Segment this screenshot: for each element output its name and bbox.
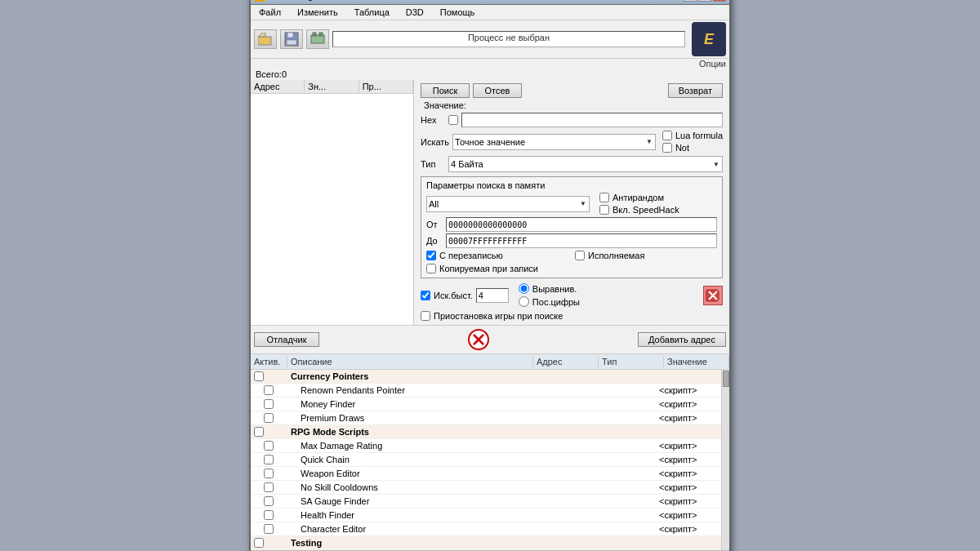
table-row[interactable]: No Skill Cooldowns <скрипт> xyxy=(251,481,721,495)
type-select[interactable]: 4 Байта xyxy=(448,156,723,172)
row-checkbox-3[interactable] xyxy=(264,413,274,423)
row-checkbox-9[interactable] xyxy=(264,496,274,506)
td-val-2: <скрипт> xyxy=(656,398,721,410)
title-controls: ─ □ ✕ xyxy=(684,0,726,2)
table-row[interactable]: Health Finder <скрипт> xyxy=(251,509,721,522)
td-desc-6: Quick Chain xyxy=(297,454,525,465)
col-address: Адрес xyxy=(251,80,305,93)
table-row[interactable]: Character Editor <скрипт> xyxy=(251,522,721,536)
stop-scan-icon[interactable] xyxy=(703,286,723,305)
table-row[interactable]: Renown Pendants Pointer <скрипт> xyxy=(251,384,721,398)
td-addr-11 xyxy=(525,528,590,530)
value-input[interactable] xyxy=(461,113,723,127)
row-checkbox-6[interactable] xyxy=(264,455,274,464)
table-row[interactable]: Quick Chain <скрипт> xyxy=(251,453,721,467)
td-active-5 xyxy=(261,440,297,451)
pause-checkbox[interactable] xyxy=(421,311,430,321)
scrollbar[interactable] xyxy=(721,370,729,550)
td-active-2 xyxy=(261,398,297,410)
menu-edit[interactable]: Изменить xyxy=(292,7,343,18)
td-addr-7 xyxy=(525,473,590,474)
executable-checkbox[interactable] xyxy=(575,251,585,260)
process-bar[interactable]: Процесс не выбран xyxy=(332,31,685,47)
svg-rect-0 xyxy=(258,37,271,45)
table-row[interactable]: Premium Draws <скрипт> xyxy=(251,411,721,425)
td-val-5: <скрипт> xyxy=(656,440,721,451)
type-row: Тип 4 Байта xyxy=(421,156,723,172)
table-row[interactable]: Testing xyxy=(251,536,721,550)
td-desc-0: Currency Pointers xyxy=(287,371,525,382)
table-row[interactable]: Money Finder <скрипт> xyxy=(251,398,721,411)
antirandom-checkbox[interactable] xyxy=(599,193,609,202)
td-desc-1: Renown Pendants Pointer xyxy=(297,384,525,396)
th-val: Значение xyxy=(664,356,729,367)
menu-d3d[interactable]: D3D xyxy=(401,7,429,18)
menu-file[interactable]: Файл xyxy=(254,7,286,18)
row-checkbox-2[interactable] xyxy=(264,399,274,409)
to-input[interactable] xyxy=(446,233,717,248)
table-row[interactable]: Max Damage Rating <скрипт> xyxy=(251,439,721,453)
align-label: Выравнив. xyxy=(532,284,577,294)
row-checkbox-5[interactable] xyxy=(264,441,274,451)
td-active-3 xyxy=(261,412,297,424)
filter-button[interactable]: Отсев xyxy=(473,83,522,98)
row-checkbox-1[interactable] xyxy=(264,385,274,395)
row-checkbox-7[interactable] xyxy=(264,469,274,478)
value-row: Значение: xyxy=(421,100,723,110)
td-type-5 xyxy=(590,445,656,447)
fast-scan-input[interactable] xyxy=(476,288,509,303)
search-button[interactable]: Поиск xyxy=(421,83,470,98)
writable-checkbox[interactable] xyxy=(426,251,436,260)
menu-table[interactable]: Таблица xyxy=(350,7,394,18)
toolbar-open-btn[interactable] xyxy=(254,29,277,49)
td-active-7 xyxy=(261,468,297,479)
left-panel-content[interactable] xyxy=(251,94,413,325)
antirandom-label: Антирандом xyxy=(612,193,664,202)
td-desc-3: Premium Draws xyxy=(297,412,525,424)
executable-row: Исполняемая xyxy=(575,251,717,260)
align-radio[interactable] xyxy=(519,283,529,294)
row-checkbox-4[interactable] xyxy=(254,427,264,437)
add-address-button[interactable]: Добавить адрес xyxy=(638,332,726,347)
mem-range-select[interactable]: All xyxy=(426,196,590,212)
debugger-button[interactable]: Отладчик xyxy=(254,332,319,347)
td-active-1 xyxy=(261,384,297,396)
td-active-12 xyxy=(251,537,287,549)
from-input[interactable] xyxy=(446,217,717,232)
align-row: Выравнив. xyxy=(519,283,580,294)
window-title: Cheat Engine 7.1 xyxy=(269,0,341,1)
td-type-11 xyxy=(590,528,656,530)
th-addr: Адрес xyxy=(533,356,599,367)
scan-type-select[interactable]: Точное значение xyxy=(452,134,656,150)
return-button[interactable]: Возврат xyxy=(668,83,723,98)
table-row[interactable]: RPG Mode Scripts xyxy=(251,425,721,439)
speedhack-row: Вкл. SpeedHack xyxy=(599,205,679,215)
td-desc-5: Max Damage Rating xyxy=(297,440,525,451)
close-button[interactable]: ✕ xyxy=(713,0,726,2)
row-checkbox-12[interactable] xyxy=(254,538,264,548)
table-row[interactable]: Weapon Editor <скрипт> xyxy=(251,467,721,481)
row-checkbox-8[interactable] xyxy=(264,482,274,492)
td-val-6: <скрипт> xyxy=(656,454,721,465)
minimize-button[interactable]: ─ xyxy=(684,0,697,2)
table-row[interactable]: SA Gauge Finder <скрипт> xyxy=(251,495,721,509)
main-area: Адрес Зн... Пр... Поиск Отсев Возврат Зн… xyxy=(251,80,729,325)
td-addr-1 xyxy=(525,389,590,391)
not-checkbox[interactable] xyxy=(662,143,672,153)
table-row[interactable]: Currency Pointers xyxy=(251,370,721,384)
toolbar-save-btn[interactable] xyxy=(280,29,303,49)
row-checkbox-10[interactable] xyxy=(264,510,274,520)
row-checkbox-11[interactable] xyxy=(264,524,274,534)
row-checkbox-0[interactable] xyxy=(254,371,264,381)
lua-formula-checkbox[interactable] xyxy=(662,131,672,140)
hex-checkbox[interactable] xyxy=(448,115,458,125)
stop-circle-icon[interactable] xyxy=(467,328,490,351)
toolbar-settings-btn[interactable] xyxy=(306,29,329,49)
fast-scan-checkbox[interactable] xyxy=(421,291,430,300)
speedhack-checkbox[interactable] xyxy=(599,205,609,215)
maximize-button[interactable]: □ xyxy=(698,0,711,2)
last-digits-radio[interactable] xyxy=(519,296,529,307)
copy-checkbox[interactable] xyxy=(426,264,436,273)
menu-help[interactable]: Помощь xyxy=(435,7,480,18)
scroll-thumb[interactable] xyxy=(723,371,729,387)
